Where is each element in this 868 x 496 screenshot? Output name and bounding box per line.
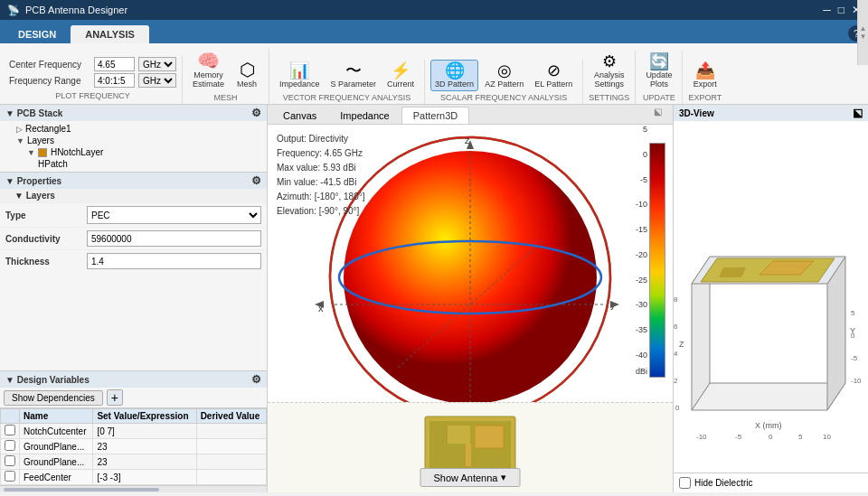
- el-label: EL Pattern: [534, 80, 572, 89]
- dv-setval-cell: 23: [93, 439, 196, 454]
- cb-0: 0: [636, 150, 647, 159]
- properties-header[interactable]: ▼ Properties ⚙: [0, 173, 267, 189]
- tree-item-rect1[interactable]: ▷ Rectangle1: [11, 123, 267, 135]
- 3d-pattern-label: 3D Pattern: [435, 80, 474, 89]
- design-vars-label: ▼ Design Variables: [5, 375, 90, 385]
- pcb-stack-settings[interactable]: ⚙: [251, 107, 261, 119]
- center-tabs: Canvas Impedance Pattern3D ⬕: [268, 105, 673, 125]
- dv-checkbox[interactable]: [5, 455, 15, 466]
- type-row: Type PECDielectricAir: [0, 203, 267, 228]
- cb-m30: -30: [636, 300, 647, 309]
- center-freq-unit[interactable]: GHzMHz: [138, 57, 176, 71]
- cb-unit-label: dBi: [636, 367, 647, 376]
- colorbar-unit: dBi: [636, 367, 647, 376]
- cb-m10: -10: [636, 200, 647, 209]
- update-label: UpdatePlots: [646, 70, 672, 89]
- show-dependencies-button[interactable]: Show Dependencies: [4, 390, 103, 406]
- el-pattern-button[interactable]: ⊘ EL Pattern: [530, 60, 577, 91]
- dv-checkbox[interactable]: [5, 425, 15, 435]
- right-panel: 3D-View ⬕: [674, 105, 868, 492]
- show-antenna-label: Show Antenna: [434, 473, 498, 483]
- tab-design[interactable]: DESIGN: [4, 25, 71, 43]
- dv-setval-cell: [0 7]: [93, 424, 196, 439]
- dv-setval-cell: 23: [93, 454, 196, 470]
- tab-analysis[interactable]: ANALYSIS: [71, 25, 149, 43]
- colorbar: [649, 143, 665, 378]
- center-zoom-icon[interactable]: ⬕: [650, 105, 665, 118]
- dv-table-container: Name Set Value/Expression Derived Value …: [0, 408, 267, 485]
- freq-range-input[interactable]: [94, 73, 135, 88]
- cb-m40: -40: [636, 351, 647, 360]
- center-freq-input[interactable]: [94, 57, 135, 71]
- frequency-group: Center Frequency GHzMHz Frequency Range …: [4, 55, 183, 104]
- y-tick-5: 5: [851, 309, 855, 317]
- thickness-value: [87, 253, 261, 269]
- tab-impedance[interactable]: Impedance: [328, 107, 401, 124]
- dv-name-cell: GroundPlane...: [20, 454, 93, 470]
- design-vars-settings[interactable]: ⚙: [251, 373, 261, 386]
- export-icon: 📤: [695, 62, 715, 79]
- analysis-settings-button[interactable]: ⚙ AnalysisSettings: [590, 51, 629, 91]
- tree-item-hpatch[interactable]: HPatch: [33, 158, 267, 170]
- tab-canvas[interactable]: Canvas: [271, 107, 328, 124]
- hide-dielectric-checkbox[interactable]: [679, 477, 691, 489]
- az-icon: ◎: [497, 62, 512, 79]
- update-plots-button[interactable]: 🔄 UpdatePlots: [641, 51, 676, 91]
- export-group: 📤 Export EXPORT: [683, 60, 727, 104]
- current-icon: ⚡: [391, 62, 410, 79]
- tree-item-layers[interactable]: ▼ Layers: [11, 135, 267, 146]
- thickness-input[interactable]: [87, 253, 261, 269]
- freq-range-unit[interactable]: GHzMHz: [138, 73, 176, 88]
- design-vars-section: ▼ Design Variables ⚙ Show Dependencies +…: [0, 370, 267, 492]
- export-label-group: EXPORT: [688, 93, 722, 102]
- az-pattern-button[interactable]: ◎ AZ Pattern: [480, 60, 528, 91]
- y-tick-minus10: -10: [851, 377, 862, 385]
- tree-item-hnotch[interactable]: ▼ HNotchLayer: [22, 146, 267, 158]
- colorbar-labels: 5 0 -5 -10 -15 -20 -25 -30 -35 -40: [636, 125, 647, 360]
- properties-spacer: [0, 272, 267, 371]
- mesh-button[interactable]: ⬡ Mesh: [231, 58, 263, 91]
- impedance-button[interactable]: 📊 Impedance: [275, 60, 325, 91]
- minimize-btn[interactable]: ─: [823, 4, 831, 16]
- x-tick-5: 5: [798, 433, 803, 441]
- type-select[interactable]: PECDielectricAir: [87, 206, 261, 224]
- pattern3d-view: Output: Directivity Frequency: 4.65 GHz …: [268, 125, 673, 492]
- design-vars-table: Name Set Value/Expression Derived Value …: [0, 408, 267, 485]
- pcb-stack-header[interactable]: ▼ PCB Stack ⚙: [0, 105, 267, 121]
- dv-scrollbar[interactable]: [0, 485, 267, 492]
- dv-check-cell: [1, 439, 20, 454]
- dv-toolbar: Show Dependencies +: [0, 388, 267, 408]
- pcb-feed: [466, 444, 471, 466]
- 3d-pattern-button[interactable]: 🌐 3D Pattern: [430, 60, 478, 91]
- dv-checkbox[interactable]: [5, 440, 15, 451]
- notch-3d: [719, 267, 746, 277]
- design-vars-header[interactable]: ▼ Design Variables ⚙: [0, 371, 267, 388]
- current-button[interactable]: ⚡ Current: [382, 60, 419, 91]
- dv-checkbox[interactable]: [5, 471, 15, 482]
- z-tick-4: 4: [674, 350, 678, 358]
- conductivity-input[interactable]: [87, 230, 261, 247]
- layers-arrow: ▼: [16, 136, 24, 145]
- tab-pattern3d[interactable]: Pattern3D: [401, 107, 470, 124]
- right-panel-expand[interactable]: ⬕: [853, 107, 863, 119]
- maximize-btn[interactable]: □: [838, 4, 844, 16]
- mesh-group-label: MESH: [214, 93, 238, 102]
- show-antenna-button[interactable]: Show Antenna ▾: [420, 468, 521, 487]
- box-bottom: [692, 383, 845, 410]
- x-tick-minus5: -5: [735, 433, 742, 441]
- dv-col-derived: Derived Value: [196, 409, 266, 424]
- add-variable-button[interactable]: +: [107, 389, 123, 406]
- conductivity-label: Conductivity: [5, 234, 87, 244]
- thickness-row: Thickness: [0, 250, 267, 272]
- props-sub-header: ▼ Layers: [0, 189, 267, 203]
- right-x-axis-label: X (mm): [755, 421, 782, 430]
- properties-settings[interactable]: ⚙: [251, 174, 261, 187]
- conductivity-value: [87, 230, 261, 247]
- dv-derived-cell: [196, 424, 266, 439]
- export-button[interactable]: 📤 Export: [689, 60, 722, 91]
- s-parameter-button[interactable]: 〜 S Parameter: [326, 60, 382, 91]
- dv-col-name: Name: [20, 409, 93, 424]
- properties-header-label: ▼ Properties: [5, 176, 61, 186]
- memory-estimate-button[interactable]: 🧠 MemoryEstimate: [188, 49, 229, 91]
- dv-derived-cell: [196, 454, 266, 470]
